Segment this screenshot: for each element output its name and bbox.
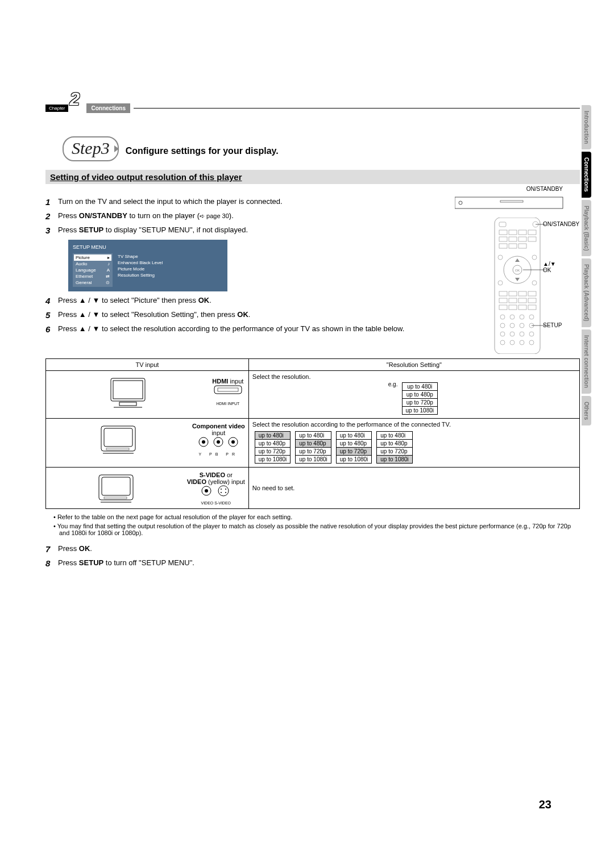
footnotes: Refer to the table on the next page for … xyxy=(53,514,580,536)
remote-icon: OK xyxy=(489,218,546,354)
svg-point-70 xyxy=(231,440,235,444)
label-on-standby: ON/STANDBY xyxy=(543,221,579,227)
side-tab-internet: Internet connection xyxy=(582,329,591,394)
component-ports-icon xyxy=(196,436,241,451)
svg-point-80 xyxy=(221,492,222,493)
resolution-options-component-3: up to 480iup to 480pup to 720pup to 1080… xyxy=(376,431,413,464)
step-4: 4 Press ▲ / ▼ to select "Picture" then p… xyxy=(45,296,443,306)
svg-rect-56 xyxy=(113,381,143,399)
chapter-number: 2 xyxy=(69,89,80,110)
page-number: 23 xyxy=(539,798,551,811)
side-tab-connections: Connections xyxy=(582,152,591,198)
chapter-badge: Chapter xyxy=(45,105,68,112)
svg-rect-72 xyxy=(102,477,130,495)
chapter-label: Connections xyxy=(86,103,130,113)
table-row-component: Component video input Y PB PR Select the… xyxy=(46,419,580,468)
side-tab-playback-basic: Playback (Basic) xyxy=(582,200,591,257)
svg-point-76 xyxy=(205,489,208,493)
tv-icon xyxy=(108,375,148,410)
svg-rect-59 xyxy=(214,386,242,394)
svg-rect-0 xyxy=(455,197,563,208)
svg-point-68 xyxy=(217,440,220,444)
table-head-left: TV input xyxy=(46,359,249,371)
step-7: 7 Press OK. xyxy=(45,544,580,554)
table-row-hdmi: HDMI input HDMI INPUT Select the resolut… xyxy=(46,371,580,419)
label-on-standby-player: ON/STANDBY xyxy=(526,186,563,192)
step-title: Configure settings for your display. xyxy=(126,146,279,156)
step-pill: Step3 xyxy=(63,136,119,161)
resolution-options-component-0: up to 480iup to 480pup to 720pup to 1080… xyxy=(255,431,291,464)
label-setup: SETUP xyxy=(543,322,562,328)
player-icon xyxy=(455,193,569,212)
resolution-table: TV input "Resolution Setting" HDMI input xyxy=(45,358,580,509)
step-3: 3 Press SETUP to display "SETUP MENU", i… xyxy=(45,226,443,235)
step-2: 2 Press ON/STANDBY to turn on the player… xyxy=(45,211,443,221)
table-row-svideo: S-VIDEO or VIDEO (yellow) input VIDEO S-… xyxy=(46,468,580,509)
side-tab-playback-advanced: Playback (Advanced) xyxy=(582,258,591,327)
step-heading: Step3 Configure settings for your displa… xyxy=(63,136,580,161)
resolution-options-component-1: up to 480iup to 480pup to 720pup to 1080… xyxy=(295,431,331,464)
tv-crt-icon xyxy=(98,423,138,457)
remote-diagram: ON/STANDBY OK xyxy=(455,193,580,354)
setup-menu-illustration: SETUP MENU Picture▸ Audio♪ LanguageA Eth… xyxy=(68,240,227,291)
step-1: 1Turn on the TV and select the input to … xyxy=(45,197,443,207)
table-head-right: "Resolution Setting" xyxy=(248,359,579,371)
side-tab-introduction: Introduction xyxy=(582,105,591,149)
step-5: 5 Press ▲ / ▼ to select "Resolution Sett… xyxy=(45,310,443,320)
step-6: 6 Press ▲ / ▼ to select the resolution a… xyxy=(45,324,443,334)
svg-point-66 xyxy=(202,440,205,444)
chapter-header: Chapter 2 Connections xyxy=(45,91,580,114)
hdmi-port-icon xyxy=(211,385,245,400)
svg-text:OK: OK xyxy=(515,269,520,272)
svg-rect-3 xyxy=(495,218,540,354)
svg-rect-57 xyxy=(119,402,136,406)
resolution-options-hdmi: up to 480i up to 480p up to 720p up to 1… xyxy=(402,382,438,415)
section-heading: Setting of video output resolution of th… xyxy=(45,170,580,184)
svg-point-79 xyxy=(225,489,226,490)
label-arrows-ok: ▲/▼ OK xyxy=(543,261,556,273)
side-tabs: Introduction Connections Playback (Basic… xyxy=(582,105,591,425)
tv-crt-icon xyxy=(96,472,136,506)
step-8: 8 Press SETUP to turn off "SETUP MENU". xyxy=(45,558,580,568)
resolution-options-component-2: up to 480iup to 480pup to 720pup to 1080… xyxy=(336,431,372,464)
svg-rect-62 xyxy=(104,428,132,446)
svg-point-81 xyxy=(225,492,226,493)
side-tab-others: Others xyxy=(582,396,591,425)
svg-point-78 xyxy=(221,489,222,490)
svg-point-77 xyxy=(218,486,229,496)
svideo-ports-icon xyxy=(196,485,236,500)
